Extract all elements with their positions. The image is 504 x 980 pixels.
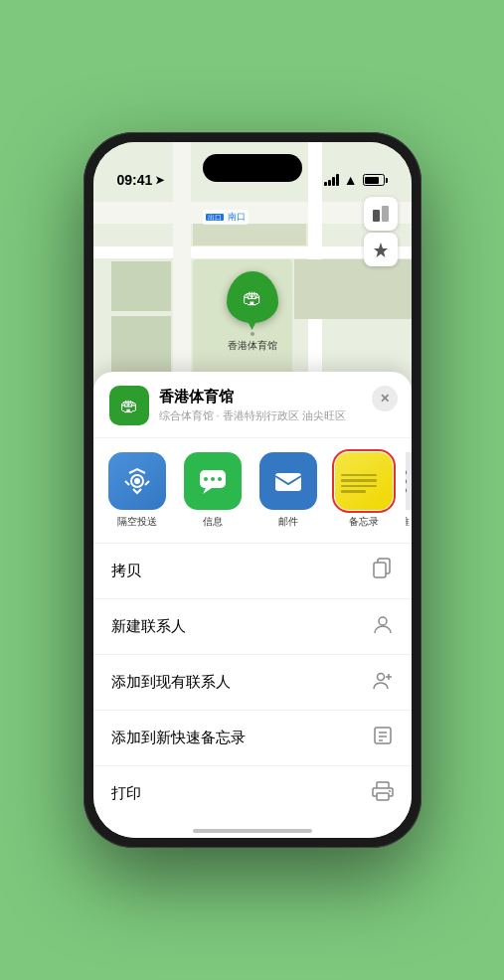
svg-rect-20 [377, 782, 389, 788]
quick-notes-icon [372, 725, 394, 751]
close-button[interactable]: ✕ [372, 386, 398, 411]
person-add-icon [372, 669, 394, 696]
svg-point-3 [134, 478, 140, 484]
pin-label: 香港体育馆 [228, 339, 277, 353]
mail-label: 邮件 [278, 515, 298, 529]
dynamic-island [203, 154, 302, 182]
svg-point-13 [377, 674, 384, 681]
location-arrow-icon: ➤ [155, 174, 164, 187]
notes-label: 备忘录 [349, 515, 379, 529]
action-new-contact[interactable]: 新建联系人 [93, 599, 412, 655]
map-label: 出口 南口 [203, 210, 250, 225]
new-contact-label: 新建联系人 [111, 617, 186, 636]
map-pin: 🏟 香港体育馆 [227, 271, 278, 353]
status-icons: ▲ [324, 172, 388, 188]
airdrop-label: 隔空投送 [117, 515, 157, 529]
svg-rect-11 [374, 563, 386, 577]
stadium-icon: 🏟 [243, 286, 262, 309]
print-label: 打印 [111, 784, 141, 803]
svg-marker-5 [203, 488, 212, 494]
action-print[interactable]: 打印 [93, 766, 412, 821]
add-notes-label: 添加到新快速备忘录 [111, 729, 246, 747]
map-controls [364, 197, 398, 266]
svg-point-22 [389, 790, 391, 792]
copy-label: 拷贝 [111, 562, 141, 580]
location-name: 香港体育馆 [159, 388, 396, 407]
location-desc: 综合体育馆 · 香港特别行政区 油尖旺区 [159, 408, 396, 423]
status-time: 09:41 [117, 172, 153, 188]
svg-rect-1 [382, 206, 389, 222]
phone-frame: 09:41 ➤ ▲ [84, 132, 421, 848]
print-icon [372, 780, 394, 807]
action-add-existing[interactable]: 添加到现有联系人 [93, 655, 412, 711]
action-copy[interactable]: 拷贝 [93, 544, 412, 599]
person-icon [372, 613, 394, 640]
location-button[interactable] [364, 233, 398, 266]
share-row: 隔空投送 信息 [93, 438, 412, 544]
more-partial-label: 推 [406, 515, 410, 529]
share-item-mail[interactable]: 邮件 [254, 452, 322, 529]
phone-screen: 09:41 ➤ ▲ [93, 142, 412, 838]
share-item-messages[interactable]: 信息 [179, 452, 247, 529]
location-header: 🏟 香港体育馆 综合体育馆 · 香港特别行政区 油尖旺区 ✕ [93, 372, 412, 438]
add-existing-label: 添加到现有联系人 [111, 673, 231, 692]
notes-icon [335, 452, 393, 510]
wifi-icon: ▲ [344, 172, 358, 188]
copy-icon [372, 558, 394, 584]
home-indicator [193, 829, 312, 833]
messages-label: 信息 [203, 515, 223, 529]
svg-rect-9 [275, 473, 301, 491]
location-icon: 🏟 [109, 386, 149, 425]
svg-point-8 [218, 477, 222, 481]
signal-icon [324, 174, 339, 186]
svg-point-12 [379, 617, 387, 625]
svg-point-6 [204, 477, 208, 481]
svg-point-7 [211, 477, 215, 481]
battery-icon [363, 174, 388, 186]
mail-icon [259, 452, 317, 510]
share-item-airdrop[interactable]: 隔空投送 [103, 452, 171, 529]
messages-icon [184, 452, 242, 510]
share-item-more-partial[interactable]: 推 [406, 452, 412, 529]
action-add-notes[interactable]: 添加到新快速备忘录 [93, 711, 412, 766]
map-type-button[interactable] [364, 197, 398, 231]
location-info: 香港体育馆 综合体育馆 · 香港特别行政区 油尖旺区 [159, 388, 396, 423]
bottom-sheet: 🏟 香港体育馆 综合体育馆 · 香港特别行政区 油尖旺区 ✕ [93, 372, 412, 838]
airdrop-icon [108, 452, 166, 510]
svg-rect-21 [377, 793, 389, 800]
share-item-notes[interactable]: 备忘录 [330, 452, 398, 529]
svg-rect-0 [373, 210, 380, 222]
